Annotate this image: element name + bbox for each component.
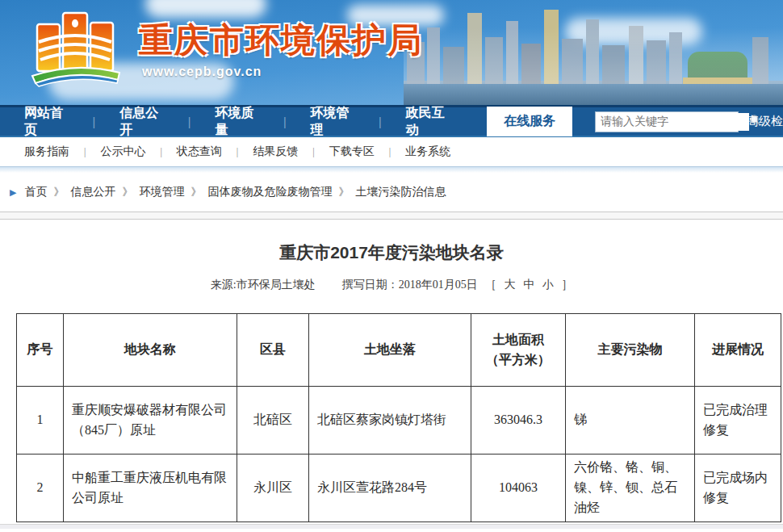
search-area: 高级检 xyxy=(595,111,783,132)
header-progress: 进展情况 xyxy=(695,314,781,387)
header-land-area: 土地面积 （平方米） xyxy=(471,314,566,387)
nav-item-env-management[interactable]: 环境管理 xyxy=(308,105,358,139)
subnav-item-publicity-center[interactable]: 公示中心 xyxy=(100,145,145,159)
section-divider xyxy=(0,212,783,220)
bureau-logo xyxy=(27,5,124,92)
font-size-medium-button[interactable]: 中 xyxy=(523,279,534,291)
nav-separator: | xyxy=(93,115,96,128)
cell-progress: 已完成场内修复 xyxy=(695,455,781,522)
breadcrumb-item-info-disclosure[interactable]: 信息公开 xyxy=(70,185,115,199)
search-input[interactable] xyxy=(596,113,749,131)
subnav-separator: | xyxy=(160,146,161,158)
subnav-separator: | xyxy=(237,146,238,158)
subnav-separator: | xyxy=(84,146,86,158)
header-serial-no: 序号 xyxy=(17,314,64,387)
cell-district: 永川区 xyxy=(237,455,309,522)
nav-separator: | xyxy=(283,115,287,128)
cell-location: 永川区萱花路284号 xyxy=(309,455,471,522)
breadcrumb-item-solid-waste[interactable]: 固体废物及危险废物管理 xyxy=(207,185,332,199)
breadcrumb: ▶ 首页 》 信息公开 》 环境管理 》 固体废物及危险废物管理 》 土壤污染防… xyxy=(0,173,783,212)
site-url: www.cepb.gov.cn xyxy=(142,65,262,79)
article-source: 来源:市环保局土壤处 xyxy=(211,279,316,291)
sub-navbar: 服务指南 | 公示中心 | 状态查询 | 结果反馈 | 下载专区 | 业务系统 xyxy=(0,137,783,166)
breadcrumb-item-env-management[interactable]: 环境管理 xyxy=(139,185,184,199)
breadcrumb-item-soil-pollution[interactable]: 土壤污染防治信息 xyxy=(355,185,446,199)
header-district: 区县 xyxy=(237,314,309,387)
font-size-large-button[interactable]: 大 xyxy=(505,279,516,291)
site-title: 重庆市环境保护局 xyxy=(139,18,423,63)
nav-item-env-quality[interactable]: 环境质量 xyxy=(211,105,262,139)
font-size-bracket-close: ］ xyxy=(561,279,572,291)
site-header: 重庆市环境保护局 www.cepb.gov.cn xyxy=(0,0,783,105)
subnav-separator: | xyxy=(312,146,314,158)
breadcrumb-item-home[interactable]: 首页 xyxy=(24,185,47,199)
subnav-item-business-system[interactable]: 业务系统 xyxy=(405,145,450,159)
haze-overlay xyxy=(404,27,783,84)
polluted-land-table-wrap: 序号 地块名称 区县 土地坐落 土地面积 （平方米） 主要污染物 进展情况 1 … xyxy=(16,313,783,522)
cell-serial-no: 1 xyxy=(17,387,64,455)
cell-pollutants: 六价铬、铬、铜、镍、锌、钡、总石油烃 xyxy=(566,455,695,522)
table-header-row: 序号 地块名称 区县 土地坐落 土地面积 （平方米） 主要污染物 进展情况 xyxy=(17,314,781,387)
cloud-decoration xyxy=(145,0,266,18)
subnav-separator: | xyxy=(389,146,391,158)
main-navbar: 网站首页 | 信息公开 | 环境质量 | 环境管理 | 政民互动 在线服务 xyxy=(0,105,783,137)
subnav-item-result-feedback[interactable]: 结果反馈 xyxy=(253,145,298,159)
page: 重庆市环境保护局 www.cepb.gov.cn 网站首页 | 信息公开 | 环… xyxy=(0,0,783,532)
article: 重庆市2017年度污染地块名录 来源:市环保局土壤处 撰写日期：2018年01月… xyxy=(0,220,783,292)
nav-separator: | xyxy=(188,115,191,128)
subnav-divider xyxy=(0,166,783,173)
header-pollutants: 主要污染物 xyxy=(566,314,695,387)
polluted-land-table: 序号 地块名称 区县 土地坐落 土地面积 （平方米） 主要污染物 进展情况 1 … xyxy=(16,313,781,522)
table-row: 1 重庆顺安爆破器材有限公司（845厂）原址 北碚区 北碚区蔡家岗镇灯塔街 36… xyxy=(17,387,781,455)
nav-item-home[interactable]: 网站首页 xyxy=(21,105,72,139)
subnav-item-download-zone[interactable]: 下载专区 xyxy=(329,145,375,159)
nav-separator: | xyxy=(379,115,382,128)
header-location: 土地坐落 xyxy=(309,314,471,387)
subnav-item-service-guide[interactable]: 服务指南 xyxy=(24,145,69,159)
footer-strip xyxy=(0,524,783,529)
city-skyline-image xyxy=(404,0,783,105)
cell-location: 北碚区蔡家岗镇灯塔街 xyxy=(309,387,471,455)
cell-land-area: 104063 xyxy=(471,455,566,522)
subnav-item-status-query[interactable]: 状态查询 xyxy=(177,145,222,159)
cell-serial-no: 2 xyxy=(17,455,64,522)
breadcrumb-separator: 》 xyxy=(191,185,201,199)
breadcrumb-separator: 》 xyxy=(53,185,64,199)
cell-district: 北碚区 xyxy=(237,387,309,455)
nav-item-public-interaction[interactable]: 政民互动 xyxy=(403,105,454,139)
breadcrumb-separator: 》 xyxy=(122,185,132,199)
nav-item-info-disclosure[interactable]: 信息公开 xyxy=(116,105,167,139)
cell-land-area: 363046.3 xyxy=(471,387,566,455)
cell-progress: 已完成治理修复 xyxy=(695,387,781,455)
page-title: 重庆市2017年度污染地块名录 xyxy=(0,241,783,265)
breadcrumb-separator: 》 xyxy=(338,185,349,199)
river-water xyxy=(404,81,783,105)
font-size-bracket-open: ［ xyxy=(485,279,496,291)
cell-pollutants: 锑 xyxy=(566,387,695,455)
nav-tab-online-service-active[interactable]: 在线服务 xyxy=(487,107,572,136)
advanced-search-link[interactable]: 高级检 xyxy=(747,114,783,129)
search-box xyxy=(595,111,739,132)
article-date: 撰写日期：2018年01月05日 xyxy=(342,279,478,291)
cell-plot-name: 重庆顺安爆破器材有限公司（845厂）原址 xyxy=(64,387,237,455)
font-size-small-button[interactable]: 小 xyxy=(542,279,554,291)
header-plot-name: 地块名称 xyxy=(64,314,237,387)
breadcrumb-arrow-icon: ▶ xyxy=(10,187,16,198)
article-meta: 来源:市环保局土壤处 撰写日期：2018年01月05日 ［ 大 中 小 ］ xyxy=(0,278,783,292)
table-row: 2 中船重工重庆液压机电有限公司原址 永川区 永川区萱花路284号 104063… xyxy=(17,455,781,522)
cell-plot-name: 中船重工重庆液压机电有限公司原址 xyxy=(64,455,237,522)
